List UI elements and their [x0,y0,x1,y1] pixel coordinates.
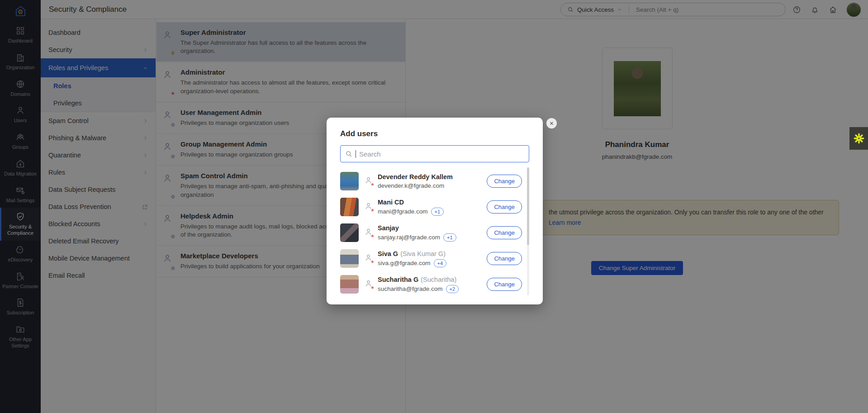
extra-roles-badge: +1 [431,208,444,216]
user-list-item[interactable]: ★ Sanjay sanjay.raj@fgrade.com +1 Change [327,220,543,246]
person-star-icon: ★ [364,202,373,212]
user-alt-name: (Siva Kumar G) [400,250,446,257]
star-icon: ★ [370,182,375,187]
modal-title: Add users [340,129,529,138]
star-icon: ★ [370,233,375,238]
user-email: siva.g@fgrade.com [378,260,431,266]
user-avatar [340,223,359,242]
modal-search-placeholder: Search [359,150,381,158]
user-list-item[interactable]: ★ Devender Reddy Kallem devender.k@fgrad… [327,168,543,194]
user-name: Sanjay [378,224,487,232]
person-star-icon: ★ [364,228,373,238]
feedback-widget-tab[interactable] [849,127,868,150]
asterisk-icon [853,133,865,144]
user-email: sanjay.raj@fgrade.com [378,234,440,241]
user-info: Mani CD mani@fgrade.com +1 [378,199,487,216]
user-email: devender.k@fgrade.com [378,182,444,189]
change-button[interactable]: Change [487,278,522,291]
user-info: Devender Reddy Kallem devender.k@fgrade.… [378,173,487,189]
user-list-item[interactable]: ★ Sucharitha G(Sucharitha) sucharitha@fg… [327,271,543,297]
search-icon [345,150,352,157]
user-list-item[interactable]: ★ Siva G(Siva Kumar G) siva.g@fgrade.com… [327,246,543,271]
user-avatar [340,275,359,294]
extra-roles-badge: +1 [443,233,456,242]
user-info: Siva G(Siva Kumar G) siva.g@fgrade.com +… [378,250,487,267]
add-users-modal-body: Add users Search ★ Devender Reddy Kallem [327,118,543,304]
star-icon: ★ [370,208,375,213]
user-email: sucharitha@fgrade.com [378,285,443,292]
change-button[interactable]: Change [487,252,522,265]
user-info: Sanjay sanjay.raj@fgrade.com +1 [378,224,487,242]
user-list-item[interactable]: ★ Mani CD mani@fgrade.com +1 Change [327,194,543,220]
user-avatar [340,198,359,216]
user-name: Sucharitha G(Sucharitha) [378,276,487,283]
user-email-row: mani@fgrade.com +1 [378,208,487,216]
user-name: Devender Reddy Kallem [378,173,487,180]
change-button[interactable]: Change [487,226,522,239]
user-avatar [340,249,359,268]
scrollbar-thumb[interactable] [527,167,529,245]
person-star-icon: ★ [364,176,373,186]
change-button[interactable]: Change [487,175,522,188]
modal-scrollbar[interactable] [527,167,529,295]
user-avatar [340,172,359,190]
user-email-row: siva.g@fgrade.com +4 [378,259,487,267]
extra-roles-badge: +4 [434,259,447,267]
modal-search-input[interactable]: Search [340,145,529,162]
star-icon: ★ [370,259,375,264]
text-cursor [356,150,356,158]
user-name: Mani CD [378,199,487,206]
person-star-icon: ★ [364,253,373,264]
user-email: mani@fgrade.com [378,208,428,215]
user-email-row: devender.k@fgrade.com [378,182,487,189]
user-name: Siva G(Siva Kumar G) [378,250,487,257]
add-users-modal: ✕ Add users Search ★ Devender R [327,118,543,304]
user-email-row: sucharitha@fgrade.com +2 [378,285,487,293]
close-icon[interactable]: ✕ [546,118,557,128]
star-icon: ★ [370,285,375,290]
modal-user-list: ★ Devender Reddy Kallem devender.k@fgrad… [327,168,543,297]
user-info: Sucharitha G(Sucharitha) sucharitha@fgra… [378,276,487,293]
extra-roles-badge: +2 [446,285,459,293]
person-star-icon: ★ [364,279,373,290]
user-alt-name: (Sucharitha) [421,276,456,283]
change-button[interactable]: Change [487,200,522,214]
app-window: ⚙ Dashboard Organization Domains Users G… [0,0,868,413]
user-email-row: sanjay.raj@fgrade.com +1 [378,233,487,242]
